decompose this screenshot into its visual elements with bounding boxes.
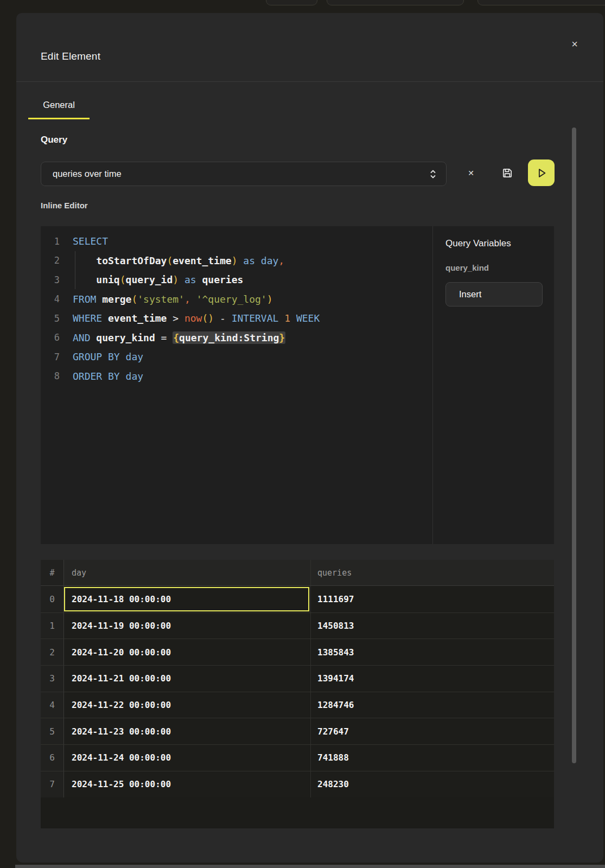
- line-number: 6: [41, 332, 60, 343]
- query-parameter-chip[interactable]: {query_kind:String}: [173, 331, 285, 344]
- table-row: 32024-11-21 00:00:001394174: [41, 665, 554, 692]
- code-line[interactable]: 1SELECT: [41, 232, 432, 251]
- code-line[interactable]: 6AND query_kind = {query_kind:String}: [41, 328, 432, 348]
- row-index: 3: [41, 665, 64, 692]
- cell-day[interactable]: 2024-11-18 00:00:00: [64, 586, 310, 612]
- edit-element-dialog: Edit Element × General Query queries ove…: [16, 13, 603, 863]
- cell-queries[interactable]: 1284746: [310, 692, 554, 718]
- clear-query-button[interactable]: ✕: [463, 165, 479, 181]
- play-icon: [536, 167, 547, 179]
- query-select-value: queries over time: [53, 169, 429, 179]
- cell-queries[interactable]: 1394174: [310, 665, 554, 692]
- query-select[interactable]: queries over time: [41, 162, 447, 186]
- close-icon[interactable]: ×: [566, 36, 583, 52]
- cell-day[interactable]: 2024-11-24 00:00:00: [64, 744, 310, 771]
- table-row: 42024-11-22 00:00:001284746: [41, 692, 554, 718]
- insert-variable-button[interactable]: Insert: [445, 282, 543, 307]
- variable-name-label: query_kind: [445, 263, 489, 272]
- dialog-title: Edit Element: [41, 50, 100, 62]
- row-index: 5: [41, 718, 64, 744]
- code-line[interactable]: 2 toStartOfDay(event_time) as day,: [41, 251, 432, 271]
- line-number: 7: [41, 352, 60, 362]
- line-number: 3: [41, 275, 60, 285]
- background-element: [477, 0, 605, 5]
- table-header-row: #dayqueries: [41, 560, 554, 586]
- line-number: 4: [41, 293, 60, 304]
- query-variables-heading: Query Variables: [445, 238, 511, 249]
- chevron-updown-icon: [429, 169, 437, 180]
- code-line[interactable]: 8ORDER BY day: [41, 367, 432, 386]
- header-divider: [16, 81, 603, 82]
- cell-day[interactable]: 2024-11-23 00:00:00: [64, 718, 310, 744]
- query-section-heading: Query: [41, 135, 67, 145]
- table-row: 02024-11-18 00:00:001111697: [41, 586, 554, 612]
- tab-general[interactable]: General: [28, 81, 90, 119]
- code-line[interactable]: 3 uniq(query_id) as queries: [41, 270, 432, 290]
- query-variables-panel: Query Variables query_kind Insert: [432, 226, 554, 544]
- row-index: 7: [41, 771, 64, 797]
- results-table: #dayqueries02024-11-18 00:00:00111169712…: [41, 560, 554, 828]
- code-line[interactable]: 7GROUP BY day: [41, 347, 432, 367]
- cell-day[interactable]: 2024-11-19 00:00:00: [64, 612, 310, 639]
- cell-queries[interactable]: 1385843: [310, 639, 554, 665]
- cell-day[interactable]: 2024-11-21 00:00:00: [64, 665, 310, 692]
- cell-day[interactable]: 2024-11-25 00:00:00: [64, 771, 310, 797]
- row-index: 2: [41, 639, 64, 665]
- cell-queries[interactable]: 1111697: [310, 586, 554, 612]
- line-number: 8: [41, 371, 60, 381]
- row-index: 6: [41, 744, 64, 771]
- save-icon: [501, 167, 514, 180]
- table-row: 62024-11-24 00:00:00741888: [41, 744, 554, 771]
- indent-guide: [75, 251, 75, 289]
- table-row: 52024-11-23 00:00:00727647: [41, 718, 554, 744]
- row-index: 0: [41, 586, 64, 612]
- modal-scrollbar[interactable]: [572, 127, 576, 763]
- cell-day[interactable]: 2024-11-22 00:00:00: [64, 692, 310, 718]
- run-query-button[interactable]: [528, 159, 555, 186]
- line-number: 5: [41, 313, 60, 324]
- cell-queries[interactable]: 248230: [310, 771, 554, 797]
- background-bottom-bar: [15, 865, 605, 868]
- cell-queries[interactable]: 1450813: [310, 612, 554, 639]
- column-header-queries[interactable]: queries: [310, 560, 554, 586]
- code-line[interactable]: 4FROM merge('system', '^query_log'): [41, 290, 432, 309]
- column-header-day[interactable]: day: [64, 560, 310, 586]
- cell-day[interactable]: 2024-11-20 00:00:00: [64, 639, 310, 665]
- cell-queries[interactable]: 741888: [310, 744, 554, 771]
- background-topbar: [0, 0, 605, 13]
- save-query-button[interactable]: [499, 165, 515, 181]
- table-row: 12024-11-19 00:00:001450813: [41, 612, 554, 639]
- row-index: 1: [41, 612, 64, 639]
- sql-editor[interactable]: 1SELECT2 toStartOfDay(event_time) as day…: [41, 226, 554, 544]
- code-pane[interactable]: 1SELECT2 toStartOfDay(event_time) as day…: [41, 232, 432, 386]
- background-element: [327, 0, 464, 5]
- background-element: [266, 0, 317, 5]
- column-header-index[interactable]: #: [41, 560, 64, 586]
- cell-queries[interactable]: 727647: [310, 718, 554, 744]
- line-number: 1: [41, 236, 60, 247]
- inline-editor-label: Inline Editor: [41, 201, 88, 210]
- code-line[interactable]: 5WHERE event_time > now() - INTERVAL 1 W…: [41, 309, 432, 328]
- row-index: 4: [41, 692, 64, 718]
- table-row: 72024-11-25 00:00:00248230: [41, 771, 554, 797]
- table-row: 22024-11-20 00:00:001385843: [41, 639, 554, 665]
- line-number: 2: [41, 255, 60, 266]
